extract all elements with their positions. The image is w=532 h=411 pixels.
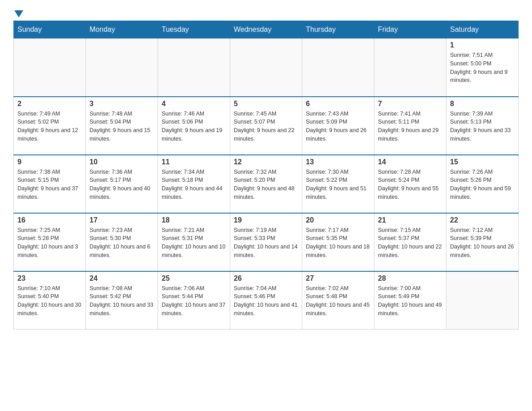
day-number: 20 [306, 216, 370, 224]
day-number: 9 [17, 158, 82, 166]
day-number: 6 [306, 100, 370, 108]
calendar-day-cell [374, 39, 446, 97]
day-info: Sunrise: 7:06 AMSunset: 5:44 PMDaylight:… [162, 284, 226, 318]
day-number: 7 [378, 100, 442, 108]
day-info: Sunrise: 7:25 AMSunset: 5:28 PMDaylight:… [17, 226, 82, 260]
calendar-day-cell: 11Sunrise: 7:34 AMSunset: 5:18 PMDayligh… [158, 155, 230, 213]
day-number: 5 [234, 100, 298, 108]
day-number: 25 [162, 274, 226, 283]
day-info: Sunrise: 7:23 AMSunset: 5:30 PMDaylight:… [90, 226, 154, 260]
day-number: 22 [450, 216, 515, 224]
day-info: Sunrise: 7:00 AMSunset: 5:49 PMDaylight:… [378, 284, 442, 318]
weekday-header-saturday: Saturday [446, 21, 519, 39]
calendar-day-cell: 26Sunrise: 7:04 AMSunset: 5:46 PMDayligh… [230, 271, 302, 330]
day-number: 11 [162, 158, 226, 166]
calendar-week-row: 16Sunrise: 7:25 AMSunset: 5:28 PMDayligh… [14, 213, 519, 271]
day-info: Sunrise: 7:45 AMSunset: 5:07 PMDaylight:… [234, 110, 298, 143]
logo [13, 9, 23, 16]
calendar-day-cell: 28Sunrise: 7:00 AMSunset: 5:49 PMDayligh… [374, 271, 446, 330]
calendar-day-cell [14, 39, 86, 97]
day-info: Sunrise: 7:48 AMSunset: 5:04 PMDaylight:… [90, 110, 154, 143]
day-number: 3 [90, 100, 154, 108]
calendar-day-cell [158, 39, 230, 97]
calendar-day-cell: 27Sunrise: 7:02 AMSunset: 5:48 PMDayligh… [302, 271, 374, 330]
calendar-day-cell: 13Sunrise: 7:30 AMSunset: 5:22 PMDayligh… [302, 155, 374, 213]
day-number: 28 [378, 274, 442, 283]
calendar-day-cell: 12Sunrise: 7:32 AMSunset: 5:20 PMDayligh… [230, 155, 302, 213]
calendar-day-cell: 15Sunrise: 7:26 AMSunset: 5:26 PMDayligh… [446, 155, 519, 213]
day-number: 15 [450, 158, 515, 166]
day-info: Sunrise: 7:51 AMSunset: 5:00 PMDaylight:… [450, 51, 515, 85]
day-number: 17 [90, 216, 154, 224]
calendar-day-cell: 16Sunrise: 7:25 AMSunset: 5:28 PMDayligh… [14, 213, 86, 271]
day-number: 14 [378, 158, 442, 166]
page-header [13, 9, 519, 16]
day-number: 19 [234, 216, 298, 224]
day-number: 26 [234, 274, 298, 283]
day-number: 21 [378, 216, 442, 224]
calendar-day-cell: 22Sunrise: 7:12 AMSunset: 5:39 PMDayligh… [446, 213, 519, 271]
calendar-day-cell: 1Sunrise: 7:51 AMSunset: 5:00 PMDaylight… [446, 39, 519, 97]
calendar-day-cell: 17Sunrise: 7:23 AMSunset: 5:30 PMDayligh… [86, 213, 158, 271]
calendar-week-row: 23Sunrise: 7:10 AMSunset: 5:40 PMDayligh… [14, 271, 519, 330]
calendar-week-row: 9Sunrise: 7:38 AMSunset: 5:15 PMDaylight… [14, 155, 519, 213]
calendar-day-cell: 25Sunrise: 7:06 AMSunset: 5:44 PMDayligh… [158, 271, 230, 330]
day-number: 1 [450, 41, 515, 49]
day-info: Sunrise: 7:49 AMSunset: 5:02 PMDaylight:… [17, 110, 82, 143]
day-info: Sunrise: 7:32 AMSunset: 5:20 PMDaylight:… [234, 168, 298, 201]
calendar-day-cell: 7Sunrise: 7:41 AMSunset: 5:11 PMDaylight… [374, 97, 446, 155]
calendar-day-cell [86, 39, 158, 97]
day-info: Sunrise: 7:15 AMSunset: 5:37 PMDaylight:… [378, 226, 442, 260]
calendar-day-cell: 9Sunrise: 7:38 AMSunset: 5:15 PMDaylight… [14, 155, 86, 213]
day-number: 13 [306, 158, 370, 166]
day-number: 10 [90, 158, 154, 166]
calendar-week-row: 2Sunrise: 7:49 AMSunset: 5:02 PMDaylight… [14, 97, 519, 155]
weekday-header-wednesday: Wednesday [230, 21, 302, 39]
day-number: 8 [450, 100, 515, 108]
calendar-week-row: 1Sunrise: 7:51 AMSunset: 5:00 PMDaylight… [14, 39, 519, 97]
day-number: 12 [234, 158, 298, 166]
day-info: Sunrise: 7:34 AMSunset: 5:18 PMDaylight:… [162, 168, 226, 201]
day-info: Sunrise: 7:39 AMSunset: 5:13 PMDaylight:… [450, 110, 515, 143]
calendar-day-cell [302, 39, 374, 97]
calendar-day-cell: 21Sunrise: 7:15 AMSunset: 5:37 PMDayligh… [374, 213, 446, 271]
calendar-day-cell: 19Sunrise: 7:19 AMSunset: 5:33 PMDayligh… [230, 213, 302, 271]
day-info: Sunrise: 7:10 AMSunset: 5:40 PMDaylight:… [17, 284, 82, 318]
calendar-day-cell: 6Sunrise: 7:43 AMSunset: 5:09 PMDaylight… [302, 97, 374, 155]
calendar-day-cell: 2Sunrise: 7:49 AMSunset: 5:02 PMDaylight… [14, 97, 86, 155]
day-number: 24 [90, 274, 154, 283]
day-number: 23 [17, 274, 82, 283]
calendar-day-cell: 10Sunrise: 7:36 AMSunset: 5:17 PMDayligh… [86, 155, 158, 213]
calendar-day-cell: 8Sunrise: 7:39 AMSunset: 5:13 PMDaylight… [446, 97, 519, 155]
weekday-header-friday: Friday [374, 21, 446, 39]
weekday-header-thursday: Thursday [302, 21, 374, 39]
day-info: Sunrise: 7:43 AMSunset: 5:09 PMDaylight:… [306, 110, 370, 143]
calendar-day-cell [446, 271, 519, 330]
calendar-day-cell: 20Sunrise: 7:17 AMSunset: 5:35 PMDayligh… [302, 213, 374, 271]
weekday-header-monday: Monday [86, 21, 158, 39]
calendar-day-cell [230, 39, 302, 97]
day-info: Sunrise: 7:17 AMSunset: 5:35 PMDaylight:… [306, 226, 370, 260]
calendar-day-cell: 3Sunrise: 7:48 AMSunset: 5:04 PMDaylight… [86, 97, 158, 155]
day-info: Sunrise: 7:46 AMSunset: 5:06 PMDaylight:… [162, 110, 226, 143]
calendar-day-cell: 4Sunrise: 7:46 AMSunset: 5:06 PMDaylight… [158, 97, 230, 155]
weekday-header-tuesday: Tuesday [158, 21, 230, 39]
day-info: Sunrise: 7:21 AMSunset: 5:31 PMDaylight:… [162, 226, 226, 260]
day-info: Sunrise: 7:41 AMSunset: 5:11 PMDaylight:… [378, 110, 442, 143]
calendar-table: SundayMondayTuesdayWednesdayThursdayFrid… [13, 21, 519, 330]
day-number: 16 [17, 216, 82, 224]
calendar-day-cell: 18Sunrise: 7:21 AMSunset: 5:31 PMDayligh… [158, 213, 230, 271]
weekday-header-row: SundayMondayTuesdayWednesdayThursdayFrid… [14, 21, 519, 39]
calendar-day-cell: 24Sunrise: 7:08 AMSunset: 5:42 PMDayligh… [86, 271, 158, 330]
day-info: Sunrise: 7:08 AMSunset: 5:42 PMDaylight:… [90, 284, 154, 318]
logo-arrow-icon [14, 10, 23, 17]
day-info: Sunrise: 7:28 AMSunset: 5:24 PMDaylight:… [378, 168, 442, 201]
calendar-day-cell: 14Sunrise: 7:28 AMSunset: 5:24 PMDayligh… [374, 155, 446, 213]
day-info: Sunrise: 7:38 AMSunset: 5:15 PMDaylight:… [17, 168, 82, 201]
day-number: 18 [162, 216, 226, 224]
day-info: Sunrise: 7:04 AMSunset: 5:46 PMDaylight:… [234, 284, 298, 318]
day-number: 2 [17, 100, 82, 108]
day-info: Sunrise: 7:26 AMSunset: 5:26 PMDaylight:… [450, 168, 515, 201]
calendar-day-cell: 23Sunrise: 7:10 AMSunset: 5:40 PMDayligh… [14, 271, 86, 330]
day-info: Sunrise: 7:02 AMSunset: 5:48 PMDaylight:… [306, 284, 370, 318]
